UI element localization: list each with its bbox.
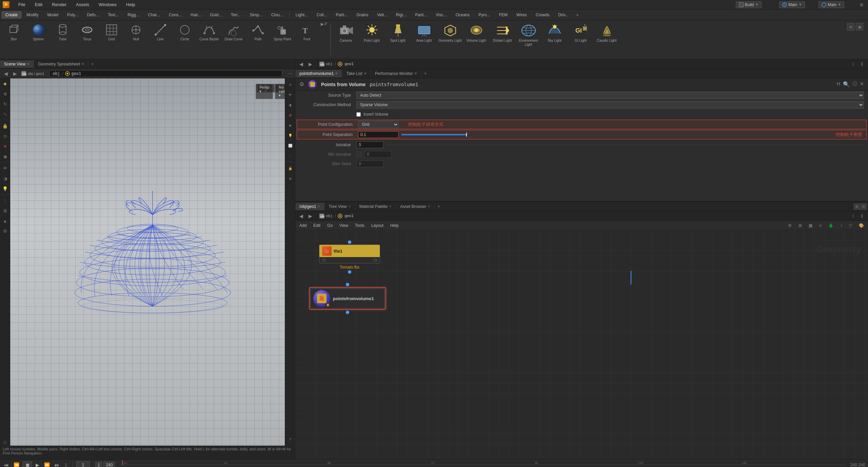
- tab-char[interactable]: Char...: [144, 11, 164, 19]
- expand-btn[interactable]: ⊞: [858, 2, 865, 8]
- viewport-vis-tool[interactable]: 👁: [0, 163, 10, 173]
- invert-volume-checkbox[interactable]: [356, 112, 361, 117]
- tool-box[interactable]: Box: [2, 22, 26, 43]
- add-scene-tab[interactable]: +: [88, 60, 96, 68]
- bp-tab-tree-view[interactable]: Tree View ✕: [324, 203, 355, 210]
- tool-null[interactable]: Null: [124, 22, 148, 43]
- tool-distant-light[interactable]: Distant Light: [490, 22, 515, 44]
- menu-file[interactable]: File: [16, 1, 27, 8]
- edge-tool[interactable]: ◉: [0, 151, 10, 161]
- bp-tab-asset[interactable]: Asset Browser ✕: [396, 203, 435, 210]
- bp-split-btn[interactable]: ⊟: [861, 203, 867, 210]
- view-settings[interactable]: ⚙: [0, 226, 10, 236]
- node-menu-help[interactable]: Help: [389, 222, 400, 229]
- tool-geometry-light[interactable]: Geometry Light: [437, 22, 463, 44]
- tab-rigi[interactable]: Rigi...: [392, 11, 411, 19]
- tool-point-light[interactable]: Point Light: [359, 22, 384, 44]
- tab-simp[interactable]: Simp...: [246, 11, 267, 19]
- rs-shade-wire[interactable]: ⊞: [285, 110, 295, 120]
- node-nav-forward[interactable]: ▶: [307, 213, 314, 219]
- step-back-btn[interactable]: ⏪: [12, 462, 21, 467]
- add-tab-btn[interactable]: +: [573, 11, 581, 19]
- node-panel-options[interactable]: ⟩: [850, 213, 856, 219]
- props-tab-pfv[interactable]: pointsfromvolume1 ✕: [295, 70, 342, 77]
- props-close-btn[interactable]: ✕: [860, 81, 864, 87]
- tool-spray-paint[interactable]: Spray Paint: [271, 22, 294, 43]
- tab-model[interactable]: Model: [43, 11, 62, 19]
- tab-poly[interactable]: Poly...: [63, 11, 82, 19]
- isovalue-input[interactable]: [356, 141, 383, 148]
- tool-caustic-light[interactable]: Caustic Light: [594, 22, 619, 44]
- props-help-btn[interactable]: H: [837, 81, 840, 87]
- tab-pyro[interactable]: Pyro...: [474, 11, 494, 19]
- rs-snap[interactable]: 🔒: [285, 163, 295, 173]
- node-tb-grid[interactable]: ▦: [807, 222, 814, 229]
- tool-circle[interactable]: Circle: [173, 22, 197, 43]
- pivot-tool[interactable]: ⊙: [0, 131, 10, 141]
- tab-cons[interactable]: Cons...: [165, 11, 186, 19]
- tab-crowds[interactable]: Crowds: [532, 11, 554, 19]
- node-panel-collapse[interactable]: ⟪: [859, 213, 865, 219]
- viewport-mode-btn[interactable]: ⊞: [847, 23, 854, 31]
- persp-btn[interactable]: Persp ▾: [256, 84, 273, 99]
- bp-tab-material[interactable]: Material Palette ✕: [355, 203, 396, 210]
- props-info-btn[interactable]: ⓘ: [852, 81, 857, 87]
- particles-tool[interactable]: ⋮: [0, 195, 10, 206]
- node-tb-settings[interactable]: ⚙: [787, 222, 793, 229]
- build-selector[interactable]: Build ▼: [736, 1, 762, 8]
- tab-light[interactable]: Light...: [292, 11, 312, 19]
- menu-help[interactable]: Help: [124, 1, 137, 8]
- tab-create[interactable]: Create: [1, 11, 22, 19]
- tab-oceans[interactable]: Oceans: [452, 11, 474, 19]
- snap-to-geo[interactable]: ▲: [0, 216, 10, 226]
- tool-grid[interactable]: Grid: [100, 22, 123, 43]
- step-forward-btn[interactable]: ⏩: [43, 462, 51, 467]
- viewport-canvas-area[interactable]: ⊕ ↖ ⊡ ⊞ 📷 ◑ ⊞ ⊙ Persp ▾ No cam ▾: [10, 78, 295, 446]
- scene-tab-spreadsheet[interactable]: Geometry Spreadsheet ✕: [34, 60, 88, 68]
- viewport-options-btn[interactable]: ⋯: [288, 71, 292, 76]
- right-workspace-selector[interactable]: Main ▼: [818, 1, 844, 8]
- node-menu-view[interactable]: View: [338, 222, 350, 229]
- node-tb-color[interactable]: 🎨: [857, 222, 865, 229]
- node-tb-filter[interactable]: ▽: [848, 222, 853, 229]
- range-end[interactable]: 240: [103, 462, 115, 467]
- jump-end-btn[interactable]: ⏭: [53, 462, 61, 467]
- tool-sky-light[interactable]: Sky Light: [542, 22, 567, 44]
- tab-hair[interactable]: Hair...: [186, 11, 205, 19]
- rs-lights[interactable]: 💡: [285, 131, 295, 140]
- node-tb-table[interactable]: ⊞: [797, 222, 803, 229]
- tool-camera[interactable]: Camera: [333, 22, 358, 44]
- props-tab-takelist[interactable]: Take List ✕: [342, 70, 371, 77]
- tab-parti2[interactable]: Parti...: [411, 11, 431, 19]
- node-tb-tree[interactable]: 🌲: [827, 222, 835, 229]
- main-workspace-selector[interactable]: Main ▼: [779, 1, 805, 8]
- construction-method-select[interactable]: Sparse Volume: [356, 101, 864, 109]
- bp-full-btn[interactable]: ⊞: [854, 203, 860, 210]
- play-btn[interactable]: ▶: [34, 462, 41, 467]
- tool-line[interactable]: Line: [149, 22, 172, 43]
- source-type-select[interactable]: Auto Detect: [356, 92, 864, 99]
- tool-area-light[interactable]: Area Light: [411, 22, 437, 44]
- tool-tube[interactable]: Tube: [51, 22, 75, 43]
- node-tb-sort[interactable]: ↕: [839, 222, 844, 229]
- rs-display-mode[interactable]: ◑: [285, 100, 295, 110]
- props-nav-back[interactable]: ◀: [298, 61, 304, 67]
- tool-torus[interactable]: Torus: [75, 22, 99, 43]
- close-bp-tab-2[interactable]: ✕: [389, 205, 392, 208]
- tool-env-light[interactable]: Environment Light: [516, 22, 541, 48]
- props-panel-options[interactable]: ⟩: [850, 61, 856, 67]
- close-pfv-tab[interactable]: ✕: [335, 72, 338, 75]
- timeline-ruler[interactable]: 24 24 48 72 96 120 144: [120, 460, 846, 467]
- node-menu-go[interactable]: Go: [326, 222, 334, 229]
- scene-tab-view[interactable]: Scene View ✕: [0, 60, 34, 68]
- magnet-snap-tool[interactable]: 🔒: [0, 121, 10, 131]
- add-props-tab[interactable]: +: [421, 70, 429, 77]
- tab-guid[interactable]: Guid...: [206, 11, 226, 19]
- tab-grains[interactable]: Grains: [352, 11, 372, 19]
- tab-vell[interactable]: Vell...: [373, 11, 391, 19]
- tool-font[interactable]: T Font: [295, 22, 319, 43]
- tab-fem[interactable]: FEM: [495, 11, 512, 19]
- transform-tool[interactable]: ⊕: [0, 89, 10, 99]
- node-pfv1[interactable]: 🔒 pointsfromvolume1: [309, 283, 386, 314]
- add-bp-tab[interactable]: +: [435, 203, 442, 210]
